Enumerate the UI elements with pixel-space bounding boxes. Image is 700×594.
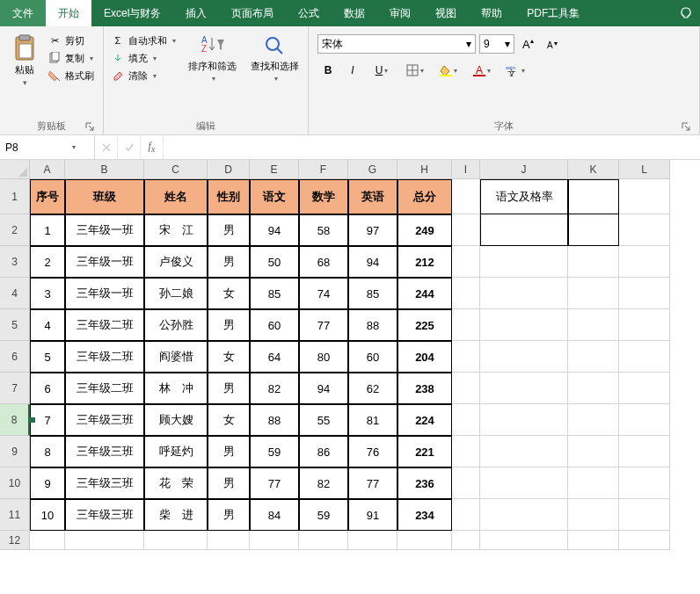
cell-J3[interactable] [480, 246, 568, 278]
cell-B8[interactable]: 三年级三班 [65, 404, 144, 436]
cell-H9[interactable]: 221 [397, 436, 452, 467]
clear-button[interactable]: 清除 ▾ [111, 69, 176, 83]
row-header-9[interactable]: 9 [0, 436, 30, 467]
cell-G4[interactable]: 85 [348, 278, 397, 309]
spreadsheet-grid[interactable]: ABCDEFGHIJKL 123456789101112 序号班级姓名性别语文数… [0, 160, 700, 594]
row-header-7[interactable]: 7 [0, 373, 30, 404]
cell-H7[interactable]: 238 [397, 373, 452, 404]
cell-D8[interactable]: 女 [208, 404, 250, 436]
menu-page-layout[interactable]: 页面布局 [219, 0, 286, 26]
cell-J12[interactable] [480, 531, 568, 550]
cell-B7[interactable]: 三年级二班 [65, 373, 144, 404]
cell-A10[interactable]: 9 [30, 467, 65, 499]
fill-button[interactable]: 填充 ▾ [111, 51, 176, 65]
cell-A6[interactable]: 5 [30, 341, 65, 373]
cell-I9[interactable] [452, 436, 480, 467]
cell-F11[interactable]: 59 [299, 499, 348, 531]
cell-D11[interactable]: 男 [208, 499, 250, 531]
cell-B6[interactable]: 三年级二班 [65, 341, 144, 373]
col-header-J[interactable]: J [480, 160, 568, 179]
col-header-C[interactable]: C [144, 160, 208, 179]
cell-K6[interactable] [568, 341, 619, 373]
cell-A11[interactable]: 10 [30, 499, 65, 531]
cell-D9[interactable]: 男 [208, 436, 250, 467]
autosum-button[interactable]: Σ 自动求和 ▾ [111, 33, 176, 47]
cell-I11[interactable] [452, 499, 480, 531]
cell-C12[interactable] [144, 531, 208, 550]
increase-font-button[interactable]: A▴ [518, 33, 539, 54]
row-header-11[interactable]: 11 [0, 499, 30, 531]
cell-A4[interactable]: 3 [30, 278, 65, 309]
cell-I5[interactable] [452, 309, 480, 341]
cell-B9[interactable]: 三年级三班 [65, 436, 144, 467]
accept-formula-button[interactable] [118, 135, 141, 159]
cell-F6[interactable]: 80 [299, 341, 348, 373]
cell-G11[interactable]: 91 [348, 499, 397, 531]
cell-H5[interactable]: 225 [397, 309, 452, 341]
italic-button[interactable]: I [342, 60, 363, 81]
cell-L6[interactable] [619, 341, 670, 373]
select-all-corner[interactable] [0, 160, 30, 179]
cell-J8[interactable] [480, 404, 568, 436]
cell-I8[interactable] [452, 404, 480, 436]
cell-E3[interactable]: 50 [250, 246, 299, 278]
cell-D3[interactable]: 男 [208, 246, 250, 278]
font-color-button[interactable]: A▾ [467, 60, 497, 81]
cell-K7[interactable] [568, 373, 619, 404]
find-select-button[interactable]: 查找和选择 ▾ [247, 30, 303, 86]
cell-F12[interactable] [299, 531, 348, 550]
paste-button[interactable]: 粘贴 ▾ [11, 33, 39, 87]
cell-H11[interactable]: 234 [397, 499, 452, 531]
cell-G12[interactable] [348, 531, 397, 550]
menu-view[interactable]: 视图 [423, 0, 469, 26]
cell-K1[interactable] [568, 179, 619, 214]
cell-F7[interactable]: 94 [299, 373, 348, 404]
cell-A3[interactable]: 2 [30, 246, 65, 278]
cell-F4[interactable]: 74 [299, 278, 348, 309]
cell-E8[interactable]: 88 [250, 404, 299, 436]
cell-J11[interactable] [480, 499, 568, 531]
sort-filter-button[interactable]: AZ 排序和筛选 ▾ [185, 30, 240, 86]
format-painter-button[interactable]: 格式刷 [47, 69, 94, 83]
cell-D4[interactable]: 女 [208, 278, 250, 309]
menu-file[interactable]: 文件 [0, 0, 46, 26]
row-header-12[interactable]: 12 [0, 531, 30, 550]
col-header-I[interactable]: I [452, 160, 480, 179]
cell-I10[interactable] [452, 467, 480, 499]
row-header-10[interactable]: 10 [0, 467, 30, 499]
menu-review[interactable]: 审阅 [377, 0, 423, 26]
cell-K3[interactable] [568, 246, 619, 278]
cut-button[interactable]: ✂ 剪切 [47, 33, 94, 47]
cell-C6[interactable]: 阎婆惜 [144, 341, 208, 373]
font-name-select[interactable]: 宋体 ▾ [317, 34, 476, 54]
borders-button[interactable]: ▾ [400, 60, 430, 81]
cell-H6[interactable]: 204 [397, 341, 452, 373]
underline-button[interactable]: U▾ [367, 60, 397, 81]
cell-C7[interactable]: 林 冲 [144, 373, 208, 404]
name-box-input[interactable] [5, 141, 67, 154]
cell-C10[interactable]: 花 荣 [144, 467, 208, 499]
col-header-A[interactable]: A [30, 160, 65, 179]
cell-L8[interactable] [619, 404, 670, 436]
col-header-E[interactable]: E [250, 160, 299, 179]
cell-L10[interactable] [619, 467, 670, 499]
cell-D2[interactable]: 男 [208, 214, 250, 246]
cancel-formula-button[interactable] [95, 135, 118, 159]
cell-C11[interactable]: 柴 进 [144, 499, 208, 531]
row-header-1[interactable]: 1 [0, 179, 30, 214]
cell-B1[interactable]: 班级 [65, 179, 144, 214]
cell-B10[interactable]: 三年级三班 [65, 467, 144, 499]
phonetic-button[interactable]: wén文▾ [500, 60, 530, 81]
cell-G3[interactable]: 94 [348, 246, 397, 278]
insert-function-button[interactable]: fx [141, 135, 164, 159]
clipboard-launcher[interactable] [85, 122, 96, 133]
font-size-select[interactable]: 9 ▾ [479, 34, 514, 54]
cell-B5[interactable]: 三年级二班 [65, 309, 144, 341]
cell-E4[interactable]: 85 [250, 278, 299, 309]
cell-A8[interactable]: 7 [30, 404, 65, 436]
cell-B2[interactable]: 三年级一班 [65, 214, 144, 246]
tell-me-icon[interactable] [674, 0, 700, 26]
cell-C1[interactable]: 姓名 [144, 179, 208, 214]
menu-pdf-tools[interactable]: PDF工具集 [514, 0, 592, 26]
cell-I1[interactable] [452, 179, 480, 214]
